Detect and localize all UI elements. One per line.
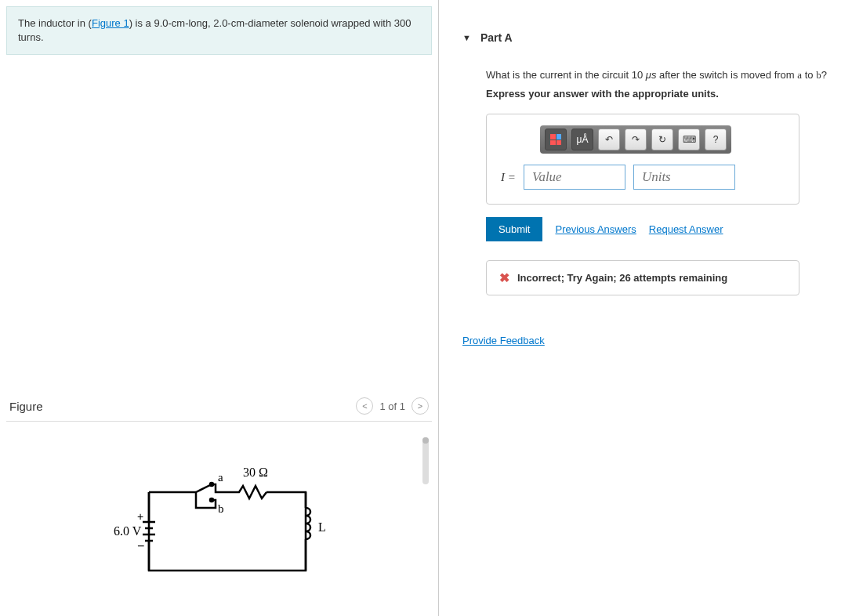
undo-button[interactable]: ↶ — [598, 129, 620, 150]
figure-link[interactable]: Figure 1 — [92, 17, 129, 29]
figure-next-button[interactable]: > — [411, 397, 429, 415]
figure-nav: < 1 of 1 > — [356, 397, 429, 415]
value-input[interactable] — [524, 165, 625, 190]
answer-label: I = — [501, 171, 516, 184]
instruction-text: Express your answer with the appropriate… — [486, 88, 852, 100]
figure-title: Figure — [9, 400, 43, 413]
answer-toolbar: μÅ ↶ ↷ ↻ ⌨ ? — [540, 125, 731, 154]
figure-nav-text: 1 of 1 — [379, 400, 405, 412]
reset-button[interactable]: ↻ — [651, 129, 673, 150]
figure-scrollbar[interactable] — [422, 437, 429, 484]
previous-answers-link[interactable]: Previous Answers — [555, 223, 636, 235]
problem-prefix: The inductor in ( — [18, 17, 92, 29]
provide-feedback-row: Provide Feedback — [462, 335, 852, 346]
submit-row: Submit Previous Answers Request Answer — [486, 217, 852, 241]
request-answer-link[interactable]: Request Answer — [649, 223, 723, 235]
figure-image: 6.0 V + − a b 30 Ω L — [6, 437, 432, 610]
circuit-diagram: 6.0 V + − a b 30 Ω L — [86, 453, 353, 594]
switch-b-label: b — [218, 502, 224, 515]
left-panel: The inductor in (Figure 1) is a 9.0-cm-l… — [0, 0, 439, 616]
figure-section: Figure < 1 of 1 > — [0, 391, 438, 616]
part-header[interactable]: ▼ Part A — [462, 31, 852, 53]
part-title: Part A — [480, 31, 513, 44]
part-body: What is the current in the circuit 10 μs… — [462, 53, 852, 346]
keyboard-button[interactable]: ⌨ — [678, 129, 700, 150]
voltage-label: 6.0 V — [114, 524, 142, 538]
answer-row: I = — [501, 165, 785, 190]
plus-label: + — [137, 510, 143, 523]
minus-label: − — [137, 539, 144, 553]
incorrect-icon: ✖ — [499, 270, 509, 285]
answer-box: μÅ ↶ ↷ ↻ ⌨ ? I = — [486, 114, 799, 205]
feedback-text: Incorrect; Try Again; 26 attempts remain… — [517, 272, 727, 284]
inductor-label: L — [318, 520, 326, 534]
provide-feedback-link[interactable]: Provide Feedback — [462, 335, 545, 346]
figure-header: Figure < 1 of 1 > — [6, 391, 432, 422]
submit-button[interactable]: Submit — [486, 217, 542, 241]
question-text: What is the current in the circuit 10 μs… — [486, 69, 852, 82]
help-button[interactable]: ? — [705, 129, 727, 150]
resistor-label: 30 Ω — [243, 466, 268, 479]
caret-down-icon: ▼ — [462, 33, 471, 42]
feedback-box: ✖ Incorrect; Try Again; 26 attempts rema… — [486, 260, 799, 295]
grid-icon — [550, 134, 561, 145]
units-input[interactable] — [633, 165, 735, 190]
switch-a-label: a — [218, 471, 223, 484]
redo-button[interactable]: ↷ — [625, 129, 647, 150]
figure-prev-button[interactable]: < — [356, 397, 373, 415]
template-picker-button[interactable] — [545, 129, 567, 150]
units-button[interactable]: μÅ — [571, 129, 593, 150]
right-panel: ▼ Part A What is the current in the circ… — [439, 0, 852, 616]
problem-statement: The inductor in (Figure 1) is a 9.0-cm-l… — [6, 6, 432, 55]
